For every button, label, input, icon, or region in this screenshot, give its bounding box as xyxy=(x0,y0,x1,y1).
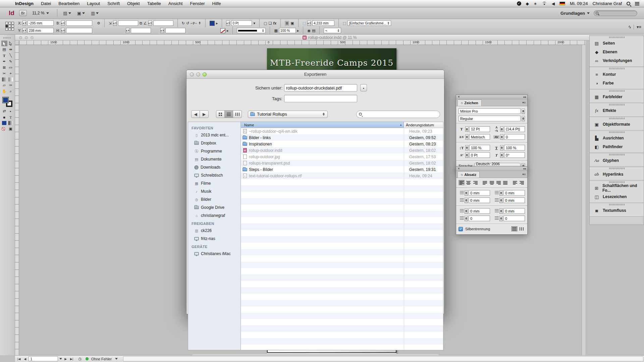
scale-y-field[interactable] xyxy=(131,28,151,33)
sidebar-item-google-drive[interactable]: Google Drive xyxy=(188,203,240,212)
dock-item-schaltfl-chen-und-fo-[interactable]: ⊞Schaltflächen und Fo... xyxy=(590,184,644,192)
gradient-feather-tool[interactable] xyxy=(8,77,13,81)
window-traffic-lights[interactable] xyxy=(190,72,207,76)
search-input[interactable] xyxy=(594,10,637,16)
dock-item-ausrichten[interactable]: ▙Ausrichten xyxy=(590,134,644,142)
direct-selection-tool[interactable] xyxy=(8,41,14,46)
constrain-proportions-icon[interactable]: ⚙ xyxy=(97,21,100,25)
menu-item-hilfe[interactable]: Hilfe xyxy=(209,1,225,6)
zoom-level-dropdown[interactable]: 11,2 % xyxy=(32,11,49,15)
menu-item-layout[interactable]: Layout xyxy=(83,1,104,6)
opacity-arrow[interactable]: ▸ xyxy=(297,28,299,33)
link-icon[interactable]: ⧉ xyxy=(140,21,142,25)
baseline-field[interactable]: 0 Pt xyxy=(469,152,490,158)
dock-item-textumfluss[interactable]: ◙Textumfluss xyxy=(590,206,644,215)
column-view-button[interactable] xyxy=(233,111,241,118)
dialog-search-input[interactable] xyxy=(356,111,440,118)
formatting-text-icon[interactable]: T xyxy=(8,114,14,120)
dock-item-effekte[interactable]: fxEffekte xyxy=(590,106,644,115)
expand-dialog-button[interactable]: ▲ xyxy=(360,84,367,92)
w-stepper[interactable]: ▲▼ xyxy=(61,20,65,26)
note-tool[interactable]: ▱ xyxy=(1,82,7,88)
file-row[interactable]: !rollups-transparent.psdGestern, 18:02 xyxy=(241,160,443,166)
leading-field[interactable]: (14,4 Pt) xyxy=(504,126,525,132)
blend-isolate-icon[interactable]: ◉ xyxy=(307,28,311,33)
gap-tool[interactable]: ⇹ xyxy=(8,47,14,52)
selection-tool[interactable] xyxy=(1,41,7,46)
sync-icon[interactable]: ∗ xyxy=(534,1,537,6)
right-indent-field[interactable]: 0 mm xyxy=(503,190,525,196)
quick-apply-icon[interactable]: ϟ xyxy=(629,24,631,29)
justify-all-button[interactable] xyxy=(502,180,508,185)
default-swatches-icon[interactable]: ▪ xyxy=(8,108,14,114)
h-field[interactable] xyxy=(66,28,92,33)
drop-cap-lines-stepper[interactable] xyxy=(465,216,468,221)
vscale-stepper[interactable] xyxy=(465,145,469,150)
tracking-field[interactable]: 0 xyxy=(504,134,525,140)
document-title-bar[interactable]: Id rollup-outdoor.indd @ 11 % xyxy=(15,35,644,41)
dock-gripper[interactable] xyxy=(609,118,625,119)
sidebar-item-dokumente[interactable]: ▤Dokumente xyxy=(188,155,240,163)
gradient-swatch-tool[interactable] xyxy=(2,77,7,81)
file-row[interactable]: Bilder - linksGestern, 09:52 xyxy=(241,134,443,141)
align-to-grid-on-button[interactable] xyxy=(519,226,525,232)
scale-x-field[interactable] xyxy=(118,20,138,26)
opacity-field[interactable]: 100 % xyxy=(279,28,296,33)
arrange-documents-button[interactable]: ▥ xyxy=(91,11,99,16)
font-family-field[interactable]: Minion Pro xyxy=(459,108,521,114)
frame-tool[interactable]: ⊠ xyxy=(1,65,7,70)
location-popup[interactable]: Tutorial Rollups xyxy=(248,111,328,118)
dock-item-seiten[interactable]: ▤Seiten xyxy=(590,39,644,48)
fill-color-swatch[interactable] xyxy=(210,21,215,26)
space-before-field[interactable]: 0 mm xyxy=(469,208,490,214)
sidebar-item-christianes-imac[interactable]: Christianes iMac xyxy=(188,250,240,258)
hscale-field[interactable]: 100 % xyxy=(504,145,525,150)
sidebar-item-ck226[interactable]: ▥ck226 xyxy=(188,227,240,235)
tracking-stepper[interactable] xyxy=(500,134,503,140)
file-row[interactable]: atext-tutorial-outdoor-rollups.rtfHeute,… xyxy=(241,173,443,179)
first-line-indent-stepper[interactable] xyxy=(465,198,468,203)
panel-drag-bar[interactable]: ✕◂◂ xyxy=(456,95,527,99)
reference-point-proxy[interactable] xyxy=(5,22,14,31)
baseline-stepper[interactable] xyxy=(465,153,469,158)
rotate-ccw-icon[interactable]: ↺ xyxy=(186,21,189,25)
pen-tool[interactable]: ✒ xyxy=(1,59,7,64)
sidebar-item-musik[interactable]: ♪Musik xyxy=(188,187,240,195)
dock-gripper[interactable] xyxy=(609,68,625,69)
scissors-tool[interactable]: ✂ xyxy=(1,71,7,76)
collapse-icon[interactable]: ◂◂ xyxy=(523,167,526,170)
flip-vertical-icon[interactable]: ↟ xyxy=(198,21,201,25)
sidebar-item-2013-mdc-ent-[interactable]: ▯2013 mdc ent... xyxy=(188,131,240,139)
list-view-button[interactable] xyxy=(225,111,233,118)
panel-menu-icon[interactable]: ▾≡ xyxy=(634,24,641,29)
dock-item-ebenen[interactable]: ◆Ebenen xyxy=(590,48,644,56)
panel-gripper[interactable] xyxy=(3,37,11,39)
forward-button[interactable]: ▶ xyxy=(200,111,208,118)
align-right-button[interactable] xyxy=(472,180,478,185)
tab-absatz[interactable]: ◇Absatz xyxy=(458,171,480,178)
w-field[interactable] xyxy=(66,20,92,26)
tab-zeichen[interactable]: ◇Zeichen xyxy=(458,100,482,106)
rotation-stepper[interactable]: ▲▼ xyxy=(148,20,152,26)
corner-radius-field[interactable]: 4,233 mm xyxy=(312,20,334,26)
dialog-title-bar[interactable]: Exportieren xyxy=(186,70,444,79)
eyedropper-tool[interactable]: ✑ xyxy=(8,82,14,88)
fill-swatch[interactable] xyxy=(2,97,9,103)
wifi-icon[interactable] xyxy=(542,2,547,5)
left-indent-stepper[interactable] xyxy=(465,190,468,196)
page-popup-arrow[interactable] xyxy=(59,358,62,360)
wrap-offset-popup[interactable]: ¬⇕ xyxy=(324,28,341,33)
hand-tool[interactable]: ✋ xyxy=(1,88,7,94)
sidebar-item-bilder[interactable]: ◎Bilder xyxy=(188,195,240,203)
menu-item-datei[interactable]: Datei xyxy=(37,1,55,6)
stroke-weight-arrow[interactable]: ▾ xyxy=(253,21,255,25)
kerning-field[interactable]: Metrisch xyxy=(469,134,490,140)
menu-item-schrift[interactable]: Schrift xyxy=(104,1,123,6)
back-button[interactable]: ◀ xyxy=(192,111,200,118)
dock-item-lesezeichen[interactable]: ◫Lesezeichen xyxy=(590,192,644,201)
shear-stepper[interactable]: ▲▼ xyxy=(160,28,164,33)
align-left-button[interactable] xyxy=(459,180,465,185)
sidebar-item-filme[interactable]: ▦Filme xyxy=(188,179,240,187)
dock-gripper[interactable] xyxy=(609,154,625,156)
font-size-field[interactable]: 12 Pt xyxy=(469,126,490,132)
